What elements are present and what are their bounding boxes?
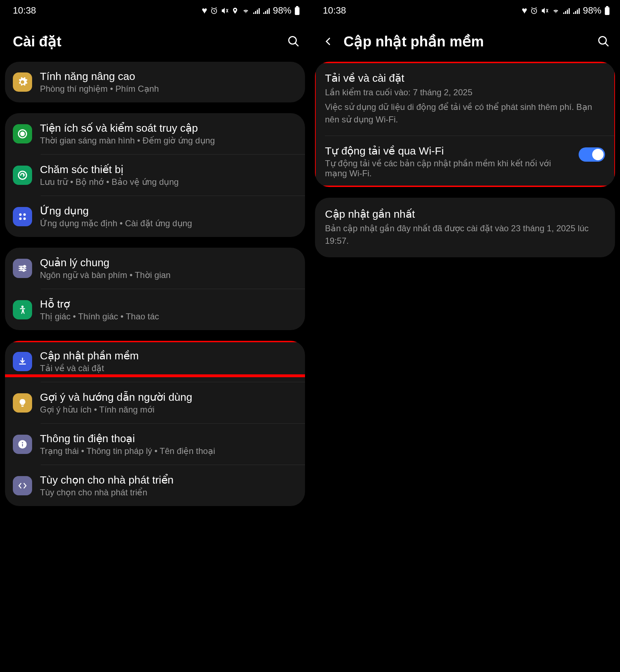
- row-software-update[interactable]: Cập nhật phần mềm Tải về và cài đặt: [5, 341, 305, 382]
- row-download-install[interactable]: Tải về và cài đặt Lần kiểm tra cuối vào:…: [315, 62, 615, 136]
- row-sub: Thị giác • Thính giác • Thao tác: [40, 312, 297, 322]
- apps-icon: [13, 207, 32, 226]
- svg-point-6: [19, 171, 27, 179]
- status-time: 10:38: [13, 5, 36, 16]
- row-text: Tính năng nâng cao Phòng thí nghiệm • Ph…: [40, 70, 297, 94]
- svg-point-8: [23, 213, 26, 216]
- search-button[interactable]: [287, 35, 300, 48]
- info-icon: [13, 435, 32, 454]
- location-icon: [232, 7, 239, 14]
- alarm-icon: [530, 7, 538, 15]
- row-sub: Tải về và cài đặt: [40, 363, 297, 373]
- row-title: Hỗ trợ: [40, 298, 297, 310]
- battery-icon: [604, 6, 610, 15]
- svg-rect-17: [22, 444, 23, 446]
- row-title: Thông tin điện thoại: [40, 432, 297, 445]
- gear-icon: [13, 72, 32, 92]
- row-sub: Tùy chọn cho nhà phát triển: [40, 487, 297, 497]
- target-icon: [13, 124, 32, 143]
- svg-point-12: [20, 267, 22, 269]
- battery-text: 98%: [273, 5, 291, 16]
- svg-point-7: [19, 213, 22, 216]
- row-text: Tự động tải về qua Wi-Fi Tự động tải về …: [325, 145, 572, 178]
- wifi-icon: [552, 7, 560, 14]
- heart-icon: ♥: [202, 5, 207, 16]
- search-button[interactable]: [597, 35, 610, 48]
- row-text: Chăm sóc thiết bị Lưu trữ • Bộ nhớ • Bảo…: [40, 163, 297, 187]
- row-tips[interactable]: Gợi ý và hướng dẫn người dùng Gợi ý hữu …: [5, 382, 305, 423]
- signal-icon-2: [263, 7, 270, 14]
- svg-point-14: [21, 305, 24, 308]
- mute-icon: [541, 7, 549, 15]
- row-last-update[interactable]: Cập nhật gần nhất Bản cập nhật gần đây n…: [315, 198, 615, 257]
- row-advanced[interactable]: Tính năng nâng cao Phòng thí nghiệm • Ph…: [5, 62, 305, 102]
- phone-left: 10:38 ♥ 98% Cài đặt Tính năng nân: [0, 0, 310, 672]
- search-icon: [597, 35, 610, 48]
- row-sub: Ngôn ngữ và bàn phím • Thời gian: [40, 270, 297, 280]
- signal-icon: [253, 7, 260, 14]
- row-title: Tự động tải về qua Wi-Fi: [325, 145, 572, 157]
- battery-icon: [294, 6, 300, 15]
- row-general[interactable]: Quản lý chung Ngôn ngữ và bàn phím • Thờ…: [5, 248, 305, 289]
- header-right: Cập nhật phần mềm: [310, 19, 620, 62]
- row-sub: Tự động tải về các bản cập nhật phần mềm…: [325, 158, 572, 178]
- svg-point-5: [21, 132, 24, 136]
- row-sub-line1: Lần kiểm tra cuối vào: 7 tháng 2, 2025: [325, 86, 605, 99]
- row-sub: Phòng thí nghiệm • Phím Cạnh: [40, 84, 297, 94]
- row-text: Thông tin điện thoại Trạng thái • Thông …: [40, 432, 297, 456]
- phone-right: 10:38 ♥ 98% Cập nhật phần mềm Tải về và …: [310, 0, 620, 672]
- row-title: Ứng dụng: [40, 204, 297, 217]
- row-developer[interactable]: Tùy chọn cho nhà phát triển Tùy chọn cho…: [5, 465, 305, 506]
- signal-icon-2: [573, 7, 580, 14]
- status-bar: 10:38 ♥ 98%: [0, 0, 310, 19]
- refresh-icon: [13, 166, 32, 185]
- row-digital[interactable]: Tiện ích số và kiểm soát truy cập Thời g…: [5, 113, 305, 154]
- wifi-icon: [242, 7, 250, 14]
- row-accessibility[interactable]: Hỗ trợ Thị giác • Thính giác • Thao tác: [5, 289, 305, 330]
- alarm-icon: [210, 7, 218, 15]
- group-advanced: Tính năng nâng cao Phòng thí nghiệm • Ph…: [5, 62, 305, 102]
- svg-rect-2: [296, 6, 299, 7]
- group-update: Cập nhật phần mềm Tải về và cài đặt Gợi …: [5, 341, 305, 506]
- row-sub: Bản cập nhật gần đây nhất đã được cài đặ…: [325, 222, 605, 247]
- svg-rect-1: [295, 7, 300, 15]
- chevron-left-icon: [323, 35, 334, 48]
- mute-icon: [221, 7, 229, 15]
- row-title: Tiện ích số và kiểm soát truy cập: [40, 122, 297, 134]
- svg-rect-19: [605, 7, 610, 15]
- svg-point-11: [24, 265, 26, 267]
- status-time: 10:38: [323, 5, 346, 16]
- row-text: Tùy chọn cho nhà phát triển Tùy chọn cho…: [40, 474, 297, 497]
- svg-point-3: [289, 37, 296, 44]
- row-auto-download[interactable]: Tự động tải về qua Wi-Fi Tự động tải về …: [315, 136, 615, 187]
- battery-text: 98%: [583, 5, 601, 16]
- row-about[interactable]: Thông tin điện thoại Trạng thái • Thông …: [5, 424, 305, 465]
- settings-list: Tính năng nâng cao Phòng thí nghiệm • Ph…: [0, 62, 310, 672]
- row-title: Tải về và cài đặt: [325, 72, 605, 84]
- svg-rect-20: [606, 6, 609, 7]
- row-text: Hỗ trợ Thị giác • Thính giác • Thao tác: [40, 298, 297, 322]
- row-title: Tùy chọn cho nhà phát triển: [40, 474, 297, 486]
- svg-point-16: [22, 442, 23, 443]
- row-care[interactable]: Chăm sóc thiết bị Lưu trữ • Bộ nhớ • Bảo…: [5, 155, 305, 196]
- svg-point-13: [23, 269, 25, 271]
- row-title: Chăm sóc thiết bị: [40, 163, 297, 176]
- back-button[interactable]: [323, 35, 334, 48]
- row-apps[interactable]: Ứng dụng Ứng dụng mặc định • Cài đặt ứng…: [5, 196, 305, 237]
- group-download: Tải về và cài đặt Lần kiểm tra cuối vào:…: [315, 62, 615, 187]
- bulb-icon: [13, 393, 32, 413]
- heart-icon: ♥: [522, 5, 527, 16]
- row-title: Cập nhật gần nhất: [325, 208, 605, 220]
- page-title: Cài đặt: [13, 33, 61, 50]
- search-icon: [287, 35, 300, 48]
- update-list: Tải về và cài đặt Lần kiểm tra cuối vào:…: [310, 62, 620, 672]
- group-digital: Tiện ích số và kiểm soát truy cập Thời g…: [5, 113, 305, 237]
- toggle-switch[interactable]: [579, 147, 605, 162]
- sliders-icon: [13, 259, 32, 278]
- row-sub: Trạng thái • Thông tin pháp lý • Tên điệ…: [40, 446, 297, 456]
- svg-point-9: [19, 217, 22, 220]
- row-text: Ứng dụng Ứng dụng mặc định • Cài đặt ứng…: [40, 204, 297, 228]
- row-text: Gợi ý và hướng dẫn người dùng Gợi ý hữu …: [40, 391, 297, 415]
- accessibility-icon: [13, 300, 32, 319]
- download-icon: [13, 352, 32, 371]
